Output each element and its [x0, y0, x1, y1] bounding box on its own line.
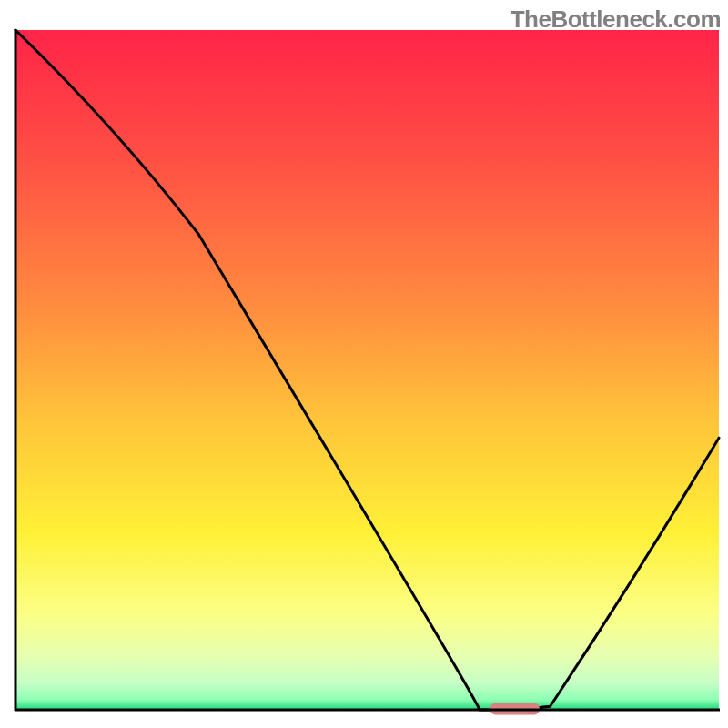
bottleneck-chart: TheBottleneck.com — [0, 0, 728, 728]
chart-svg — [0, 0, 728, 728]
watermark-text: TheBottleneck.com — [511, 5, 721, 34]
